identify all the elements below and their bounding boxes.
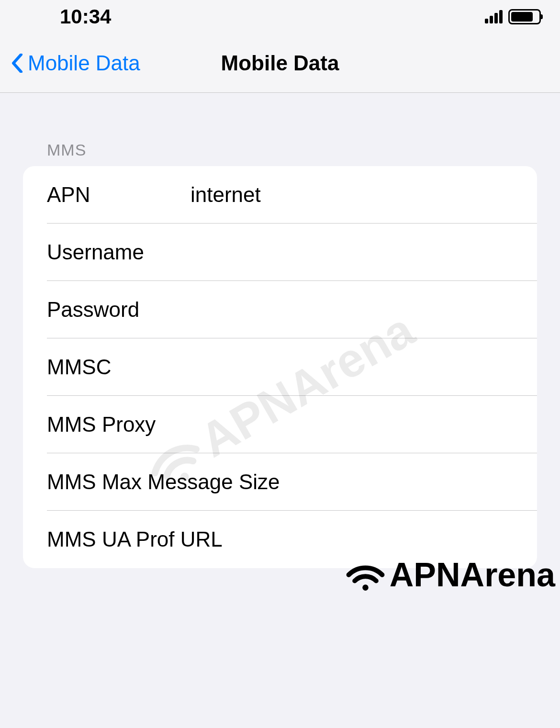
apn-label: APN: [47, 183, 190, 207]
page-title: Mobile Data: [221, 51, 339, 75]
mms-proxy-input[interactable]: [190, 413, 537, 437]
status-bar: 10:34: [0, 0, 560, 34]
back-button[interactable]: Mobile Data: [0, 51, 140, 75]
mms-proxy-label: MMS Proxy: [47, 413, 190, 437]
footer-logo: APNArena: [345, 556, 555, 594]
password-row[interactable]: Password: [23, 281, 537, 338]
apn-row[interactable]: APN: [23, 166, 537, 224]
mms-proxy-row[interactable]: MMS Proxy: [23, 396, 537, 453]
mms-max-row[interactable]: MMS Max Message Size: [23, 453, 537, 511]
mmsc-label: MMSC: [47, 355, 190, 379]
username-input[interactable]: [190, 240, 537, 264]
cellular-signal-icon: [485, 10, 503, 23]
mms-settings-group: APN Username Password MMSC MMS Proxy MMS…: [23, 166, 537, 568]
mmsc-row[interactable]: MMSC: [23, 338, 537, 396]
chevron-left-icon: [11, 54, 23, 73]
username-label: Username: [47, 240, 190, 264]
password-label: Password: [47, 298, 190, 322]
status-time: 10:34: [60, 5, 111, 28]
mmsc-input[interactable]: [190, 355, 537, 379]
mms-max-label: MMS Max Message Size: [47, 470, 280, 494]
svg-point-1: [362, 584, 369, 591]
wifi-icon: [345, 558, 386, 592]
back-label: Mobile Data: [28, 51, 140, 75]
password-input[interactable]: [190, 298, 537, 322]
status-indicators: [485, 9, 541, 24]
mms-ua-label: MMS UA Prof URL: [47, 527, 223, 551]
section-header-mms: MMS: [0, 93, 560, 166]
footer-logo-text: APNArena: [390, 556, 555, 594]
username-row[interactable]: Username: [23, 224, 537, 281]
navigation-bar: Mobile Data Mobile Data: [0, 34, 560, 93]
battery-icon: [508, 9, 541, 24]
apn-input[interactable]: [190, 183, 537, 207]
mms-ua-input[interactable]: [223, 527, 537, 551]
mms-max-input[interactable]: [280, 470, 537, 494]
